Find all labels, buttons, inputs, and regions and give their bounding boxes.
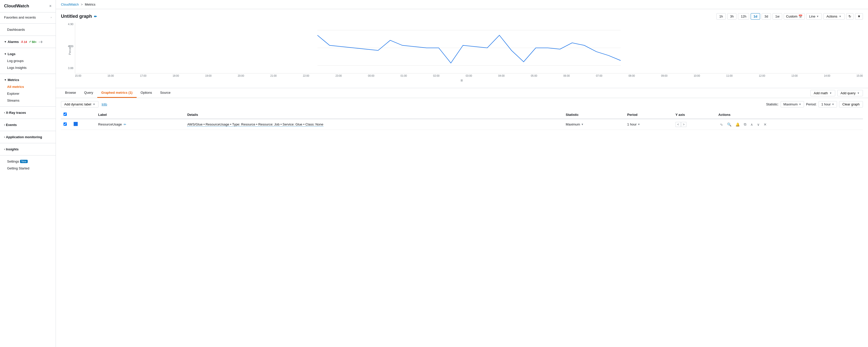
col-yaxis: Y axis: [673, 111, 716, 119]
row-statistic-dropdown-arrow[interactable]: ▼: [581, 123, 584, 126]
edit-label-icon[interactable]: ✏: [124, 123, 126, 126]
sidebar-group-metrics[interactable]: ▼ Metrics: [0, 77, 56, 83]
sidebar-header: CloudWatch ×: [0, 0, 56, 12]
row-period-dropdown-arrow[interactable]: ▼: [638, 123, 640, 126]
metrics-toolbar-left: Add dynamic label ▼ Info: [61, 101, 107, 108]
add-dynamic-label-button[interactable]: Add dynamic label ▼: [61, 101, 98, 108]
add-query-button[interactable]: Add query ▼: [837, 90, 863, 96]
circle-icon: ○: [39, 40, 40, 44]
settings-new-badge: New: [20, 160, 28, 163]
row-checkbox[interactable]: [63, 122, 67, 126]
row-action-down-button[interactable]: ∨: [755, 121, 761, 127]
y-tick-top: 4.90: [68, 23, 73, 26]
time-3h-button[interactable]: 3h: [727, 13, 737, 20]
main-header: CloudWatch > Metrics: [56, 0, 868, 9]
row-color-swatch[interactable]: [74, 122, 78, 126]
sidebar-item-dashboards-label: Dashboards: [7, 28, 25, 31]
sidebar-item-logs-insights[interactable]: Logs Insights: [0, 64, 56, 71]
sidebar-group-alarms[interactable]: ▼ Alarms ⚠ 14 ✓ 50+ ○ 0: [0, 38, 56, 45]
row-action-up-button[interactable]: ∧: [749, 121, 754, 127]
sidebar-close-button[interactable]: ×: [49, 4, 52, 8]
tab-query-label: Query: [84, 91, 93, 94]
refresh-button[interactable]: ↻: [846, 13, 854, 20]
sidebar-bottom-section: Settings New Getting Started: [0, 156, 56, 173]
time-1w-button[interactable]: 1w: [773, 13, 782, 20]
more-options-button[interactable]: ▼: [855, 13, 863, 20]
row-action-search-button[interactable]: 🔍: [725, 121, 733, 127]
sidebar-group-appmon[interactable]: › Application monitoring: [0, 134, 56, 141]
tabs-header: Browse Query Graphed metrics (1) Options…: [56, 88, 868, 98]
clear-graph-label: Clear graph: [842, 103, 860, 106]
row-details-text: AWS/Glue • ResourceUsage • Type: Resourc…: [187, 122, 323, 126]
row-action-alarm-tooltip: 🔔 Create alarm: [734, 121, 741, 127]
period-select[interactable]: 1 hour ▼: [818, 101, 837, 108]
chevron-right-icon-events: ›: [4, 123, 5, 126]
time-12h-button[interactable]: 12h: [738, 13, 749, 20]
edit-title-icon[interactable]: ✏: [94, 15, 97, 19]
check-icon: ✓: [29, 40, 31, 44]
tab-query[interactable]: Query: [80, 88, 97, 98]
x-tick-18: 09:00: [661, 75, 668, 77]
statistic-select[interactable]: Maximum ▼: [781, 101, 804, 108]
metrics-toolbar-right: Statistic: Maximum ▼ Period: 1 hour ▼ Cl…: [766, 101, 863, 108]
row-action-delete-button[interactable]: ✕: [762, 121, 768, 127]
separator-handle[interactable]: ≡: [61, 77, 863, 84]
row-action-copy-button[interactable]: ⧉: [742, 121, 748, 127]
sidebar-item-all-metrics[interactable]: All metrics: [0, 83, 56, 90]
add-math-button[interactable]: Add math ▼: [810, 90, 835, 96]
sidebar-item-explorer[interactable]: Explorer: [0, 90, 56, 97]
x-tick-11: 02:00: [433, 75, 440, 77]
sidebar-item-streams[interactable]: Streams: [0, 97, 56, 104]
row-action-alarm-button[interactable]: 🔔: [734, 121, 741, 127]
x-tick-13: 04:00: [498, 75, 505, 77]
y-axis-left-button[interactable]: <: [676, 122, 681, 127]
actions-button[interactable]: Actions ▼: [823, 13, 845, 20]
sidebar-item-log-groups-label: Log groups: [7, 59, 24, 63]
tabs-area: Browse Query Graphed metrics (1) Options…: [56, 88, 868, 98]
sidebar-group-logs[interactable]: ▼ Logs: [0, 51, 56, 57]
actions-label: Actions: [827, 15, 838, 18]
sidebar-item-settings[interactable]: Settings New: [0, 158, 56, 165]
tabs-actions: Add math ▼ Add query ▼: [810, 90, 863, 96]
statistic-label: Statistic:: [766, 103, 779, 106]
info-link[interactable]: Info: [101, 103, 107, 106]
tab-browse[interactable]: Browse: [61, 88, 80, 98]
clear-graph-button[interactable]: Clear graph: [839, 101, 863, 108]
sidebar-item-getting-started[interactable]: Getting Started: [0, 165, 56, 172]
y-axis-nav: < >: [676, 122, 713, 127]
time-3d-button[interactable]: 3d: [762, 13, 771, 20]
graph-title-text: Untitled graph: [61, 14, 92, 19]
sidebar-item-log-groups[interactable]: Log groups: [0, 57, 56, 64]
x-tick-10: 01:00: [401, 75, 407, 77]
breadcrumb-metrics: Metrics: [85, 3, 95, 6]
row-action-math-button[interactable]: ∿: [718, 121, 724, 127]
col-details: Details: [185, 111, 563, 119]
tab-graphed-metrics[interactable]: Graphed metrics (1): [97, 88, 136, 98]
tab-source[interactable]: Source: [156, 88, 175, 98]
sidebar-logs-section: ▼ Logs Log groups Logs Insights: [0, 49, 56, 73]
dynamic-label-dropdown-arrow: ▼: [93, 103, 95, 106]
period-value: 1 hour: [821, 103, 831, 106]
sidebar-group-xray[interactable]: › X-Ray traces: [0, 109, 56, 116]
breadcrumb-cloudwatch-link[interactable]: CloudWatch: [61, 3, 79, 6]
sidebar-group-events[interactable]: › Events: [0, 121, 56, 128]
custom-time-button[interactable]: Custom 📅: [784, 13, 805, 20]
add-query-label: Add query: [841, 91, 856, 95]
y-axis-right-button[interactable]: >: [681, 122, 686, 127]
sidebar-group-insights[interactable]: › Insights: [0, 146, 56, 153]
sidebar-item-dashboards[interactable]: Dashboards: [0, 26, 56, 33]
time-1h-button[interactable]: 1h: [716, 13, 725, 20]
graph-controls: 1h 3h 12h 1d 3d 1w Custom 📅 Line ▼ Actio…: [716, 13, 863, 20]
y-tick-bot: 3.88: [68, 66, 73, 69]
col-statistic: Statistic: [563, 111, 625, 119]
statistic-value: Maximum: [783, 103, 798, 106]
chevron-down-icon-logs: ▼: [4, 53, 7, 55]
sidebar-events-section: › Events: [0, 120, 56, 130]
sidebar-group-alarms-label: Alarms: [8, 40, 19, 44]
select-all-checkbox[interactable]: [63, 113, 67, 116]
tab-options-label: Options: [141, 91, 152, 94]
chart-type-select[interactable]: Line ▼: [806, 13, 822, 20]
sidebar-item-favorites[interactable]: Favorites and recents ›: [0, 14, 56, 21]
time-1d-button[interactable]: 1d: [751, 13, 760, 20]
tab-options[interactable]: Options: [136, 88, 156, 98]
